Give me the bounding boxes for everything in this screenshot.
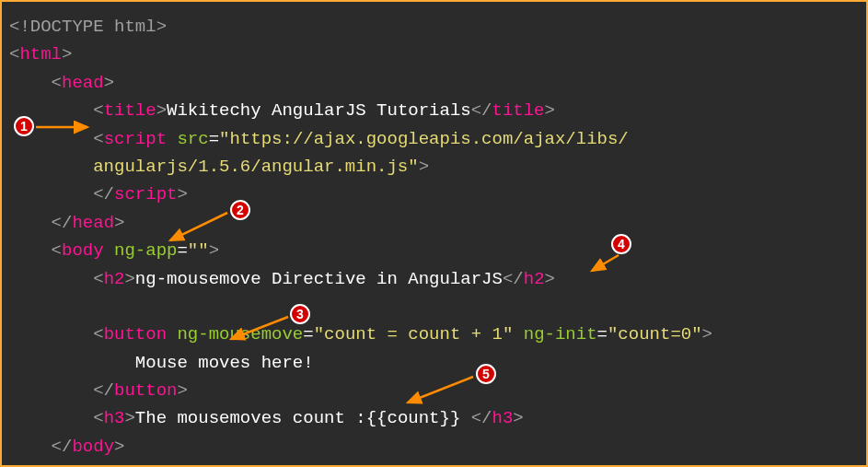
h3-text: The mousemoves count :{{count}} xyxy=(135,408,471,428)
equals: = xyxy=(597,324,608,344)
attr-src-value-line1: "https://ajax.googleapis.com/ajax/libs/ xyxy=(219,129,629,149)
bracket: < xyxy=(93,269,103,289)
bracket: < xyxy=(93,408,103,428)
bracket: < xyxy=(52,73,62,93)
bracket: < xyxy=(9,44,19,64)
attr-ng-init: ng-init xyxy=(524,324,597,344)
bracket: > xyxy=(545,100,555,121)
tag-title-close: title xyxy=(492,100,545,121)
h2-text: ng-mousemove Directive in AngularJS xyxy=(135,269,503,289)
code-container: <!DOCTYPE html> <html> <head> <title>Wik… xyxy=(0,0,868,467)
bracket: </ xyxy=(503,269,524,289)
bracket: > xyxy=(156,100,167,121)
space xyxy=(513,324,523,344)
space xyxy=(104,240,114,261)
doctype-line: <!DOCTYPE html> xyxy=(9,17,167,37)
space xyxy=(167,129,177,149)
svg-line-3 xyxy=(592,255,619,271)
attr-src: src xyxy=(177,129,208,149)
bracket: > xyxy=(513,408,523,428)
equals: = xyxy=(303,324,313,344)
bracket: </ xyxy=(93,184,114,204)
svg-line-1 xyxy=(170,213,227,240)
bracket: </ xyxy=(52,437,73,457)
tag-h3: h3 xyxy=(104,408,125,428)
annotation-arrow-5 xyxy=(402,373,480,410)
bracket: > xyxy=(419,157,429,177)
bracket: > xyxy=(114,437,124,457)
attr-ng-init-value: "count=0" xyxy=(608,324,702,344)
annotation-label-1: 1 xyxy=(20,116,28,136)
bracket: > xyxy=(124,269,134,289)
button-text: Mouse moves here! xyxy=(135,353,314,373)
attr-src-value-line2: angularjs/1.5.6/angular.min.js" xyxy=(93,157,418,177)
annotation-circle-1: 1 xyxy=(14,116,34,136)
bracket: </ xyxy=(52,213,73,233)
tag-title: title xyxy=(104,100,156,121)
annotation-label-4: 4 xyxy=(618,234,625,254)
annotation-label-3: 3 xyxy=(296,304,304,324)
bracket: > xyxy=(114,213,124,233)
attr-ng-mousemove-value: "count = count + 1" xyxy=(314,324,514,344)
bracket: < xyxy=(52,240,62,261)
tag-h3-close: h3 xyxy=(492,408,514,428)
tag-head: head xyxy=(62,73,104,93)
bracket: </ xyxy=(471,408,492,428)
annotation-label-5: 5 xyxy=(482,364,490,384)
bracket: > xyxy=(702,324,712,344)
bracket: > xyxy=(177,380,187,401)
equals: = xyxy=(209,129,219,149)
space xyxy=(167,324,177,344)
bracket: < xyxy=(93,100,103,121)
tag-h2-close: h2 xyxy=(524,269,545,289)
title-text: Wikitechy AngularJS Tutorials xyxy=(167,100,471,121)
bracket: > xyxy=(62,44,72,64)
tag-script-close: script xyxy=(114,184,177,204)
svg-line-4 xyxy=(408,377,473,403)
annotation-arrow-3 xyxy=(226,313,295,345)
annotation-circle-4: 4 xyxy=(611,234,631,254)
tag-body-close: body xyxy=(72,437,114,457)
annotation-arrow-2 xyxy=(163,211,237,248)
tag-button-close: button xyxy=(114,380,177,401)
bracket: > xyxy=(124,408,134,428)
bracket: > xyxy=(104,73,114,93)
tag-script: script xyxy=(104,129,167,149)
annotation-arrow-1 xyxy=(34,120,98,136)
bracket: > xyxy=(545,269,555,289)
svg-line-2 xyxy=(231,317,288,339)
tag-head-close: head xyxy=(72,213,114,233)
annotation-label-2: 2 xyxy=(237,200,244,220)
tag-body: body xyxy=(62,240,104,261)
tag-html: html xyxy=(19,44,62,64)
bracket: </ xyxy=(93,380,114,401)
bracket: </ xyxy=(471,100,492,121)
tag-h2: h2 xyxy=(104,269,125,289)
bracket: < xyxy=(93,324,103,344)
bracket: > xyxy=(177,184,187,204)
tag-button: button xyxy=(104,324,167,344)
annotation-arrow-4 xyxy=(588,253,625,276)
